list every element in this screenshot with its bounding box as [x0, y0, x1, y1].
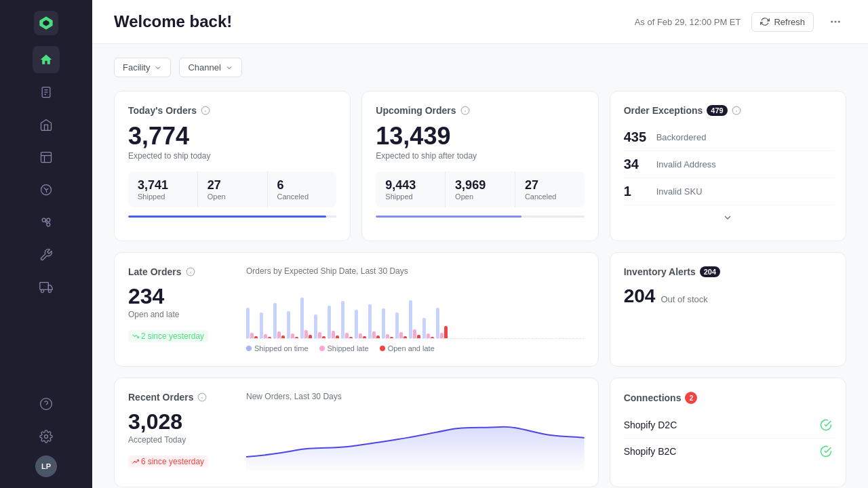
sidebar-item-inventory[interactable] — [33, 111, 60, 138]
sidebar-item-shipping[interactable] — [33, 274, 60, 301]
svg-rect-15 — [40, 283, 49, 290]
recent-trend-value: 6 — [141, 457, 146, 466]
connections-badge: 2 — [685, 392, 697, 404]
legend-label-shipped: Shipped on time — [254, 344, 309, 352]
stat-num-upcoming-shipped: 9,443 — [385, 178, 435, 192]
legend-label-late: Shipped late — [328, 344, 369, 352]
info-icon-today[interactable] — [201, 106, 210, 115]
recent-orders-title: Recent Orders — [128, 392, 193, 403]
svg-point-23 — [838, 21, 840, 23]
svg-point-17 — [48, 289, 51, 292]
connection-shopify-d2c[interactable]: Shopify D2C — [624, 412, 832, 439]
sidebar-item-help[interactable] — [33, 390, 60, 418]
connection-name-b2c: Shopify B2C — [624, 446, 677, 457]
recent-orders-chart-title: New Orders, Last 30 Days — [246, 392, 585, 401]
trend-value: 2 — [141, 331, 146, 341]
stat-upcoming-shipped: 9,443 Shipped — [376, 171, 446, 207]
timestamp: As of Feb 29, 12:00 PM ET — [635, 17, 741, 27]
order-exceptions-card: Order Exceptions 479 435 Backordered 34 … — [610, 91, 846, 241]
late-orders-card: Late Orders 234 Open and late 2 since ye… — [114, 252, 599, 367]
refresh-button[interactable]: Refresh — [751, 12, 814, 32]
recent-orders-stats: Recent Orders 3,028 Accepted Today 6 sin… — [128, 392, 230, 473]
exceptions-expand-button[interactable] — [718, 208, 737, 227]
app-logo[interactable] — [34, 11, 58, 35]
info-icon-late[interactable] — [186, 267, 195, 277]
recent-trend-label: since yesterday — [148, 457, 204, 466]
header-actions: As of Feb 29, 12:00 PM ET Refresh — [635, 11, 846, 33]
exc-num-invalid-address: 34 — [624, 157, 651, 172]
order-exceptions-title: Order Exceptions — [624, 105, 703, 116]
exceptions-badge: 479 — [707, 105, 727, 116]
chart-legend: Shipped on time Shipped late Open and la… — [246, 344, 585, 352]
upcoming-orders-card: Upcoming Orders 13,439 Expected to ship … — [361, 91, 598, 241]
legend-dot-late — [319, 346, 325, 351]
stat-label-upcoming-canceled: Canceled — [525, 192, 575, 201]
card-header-exceptions: Order Exceptions 479 — [624, 105, 832, 116]
sidebar-item-integrations[interactable] — [33, 209, 60, 236]
info-icon-exceptions[interactable] — [732, 106, 741, 115]
exc-label-invalid-sku: Invalid SKU — [656, 186, 703, 197]
stat-label-upcoming-open: Open — [455, 192, 505, 201]
recent-orders-number: 3,028 — [128, 411, 230, 432]
legend-open-late: Open and late — [380, 344, 435, 352]
channel-filter[interactable]: Channel — [179, 58, 241, 77]
bar-chart — [246, 284, 585, 338]
late-orders-chart-title: Orders by Expected Ship Date, Last 30 Da… — [246, 266, 585, 276]
legend-label-open-late: Open and late — [388, 344, 435, 352]
sidebar-item-analytics[interactable] — [33, 176, 60, 203]
exception-invalid-address[interactable]: 34 Invalid Address — [624, 151, 832, 178]
inventory-badge: 204 — [700, 266, 720, 277]
facility-filter[interactable]: Facility — [114, 58, 171, 77]
card-header-late: Late Orders — [128, 266, 230, 277]
stat-label-open: Open — [208, 192, 258, 201]
svg-point-11 — [47, 223, 50, 226]
svg-point-13 — [47, 218, 50, 222]
inventory-alerts-card: Inventory Alerts 204 204 Out of stock — [610, 252, 846, 367]
stat-label-shipped: Shipped — [138, 192, 188, 201]
stat-num-shipped: 3,741 — [138, 178, 188, 192]
progress-fill-upcoming — [376, 216, 521, 218]
sidebar-item-settings[interactable] — [33, 423, 60, 450]
upcoming-orders-subtext: Expected to ship after today — [376, 151, 584, 161]
sidebar-item-tools[interactable] — [33, 241, 60, 268]
connection-name-d2c: Shopify D2C — [624, 420, 677, 430]
check-icon-b2c — [820, 445, 832, 458]
connections-card: Connections 2 Shopify D2C Shopify B2C — [610, 378, 846, 487]
stat-label-canceled: Canceled — [277, 192, 328, 201]
info-icon-upcoming[interactable] — [460, 106, 470, 115]
upcoming-orders-stats: 9,443 Shipped 3,969 Open 27 Canceled — [376, 171, 584, 207]
trend-label: since yesterday — [148, 331, 204, 341]
connections-title: Connections — [624, 392, 682, 403]
progress-fill-today — [128, 216, 326, 218]
late-orders-number: 234 — [128, 285, 230, 307]
sidebar-item-home[interactable] — [33, 46, 60, 73]
channel-label: Channel — [188, 62, 220, 73]
more-button[interactable] — [825, 11, 846, 33]
stat-num-canceled: 6 — [277, 178, 328, 192]
filters: Facility Channel — [92, 44, 868, 83]
todays-orders-card: Today's Orders 3,774 Expected to ship to… — [114, 91, 351, 241]
svg-point-20 — [45, 435, 48, 439]
header: Welcome back! As of Feb 29, 12:00 PM ET … — [92, 0, 868, 44]
connection-shopify-b2c[interactable]: Shopify B2C — [624, 439, 832, 464]
exc-label-invalid-address: Invalid Address — [656, 159, 716, 169]
card-header-recent: Recent Orders — [128, 392, 230, 403]
exception-invalid-sku[interactable]: 1 Invalid SKU — [624, 178, 832, 205]
exc-label-backordered: Backordered — [656, 132, 707, 142]
card-header-today: Today's Orders — [128, 105, 336, 116]
page-title: Welcome back! — [114, 12, 232, 31]
late-orders-chart: Orders by Expected Ship Date, Last 30 Da… — [246, 266, 585, 352]
recent-orders-subtext: Accepted Today — [128, 435, 230, 445]
sidebar-item-reports[interactable] — [33, 144, 60, 171]
out-of-stock-row: 204 Out of stock — [624, 285, 832, 307]
progress-bar-upcoming — [376, 216, 584, 218]
svg-line-12 — [45, 222, 47, 224]
facility-label: Facility — [123, 62, 150, 73]
legend-dot-open-late — [380, 346, 385, 351]
legend-shipped-late: Shipped late — [319, 344, 369, 352]
avatar[interactable]: LP — [35, 455, 57, 477]
chevron-down-icon — [154, 64, 162, 72]
exception-backordered[interactable]: 435 Backordered — [624, 124, 832, 151]
sidebar-item-orders[interactable] — [33, 79, 60, 106]
info-icon-recent[interactable] — [197, 392, 207, 402]
